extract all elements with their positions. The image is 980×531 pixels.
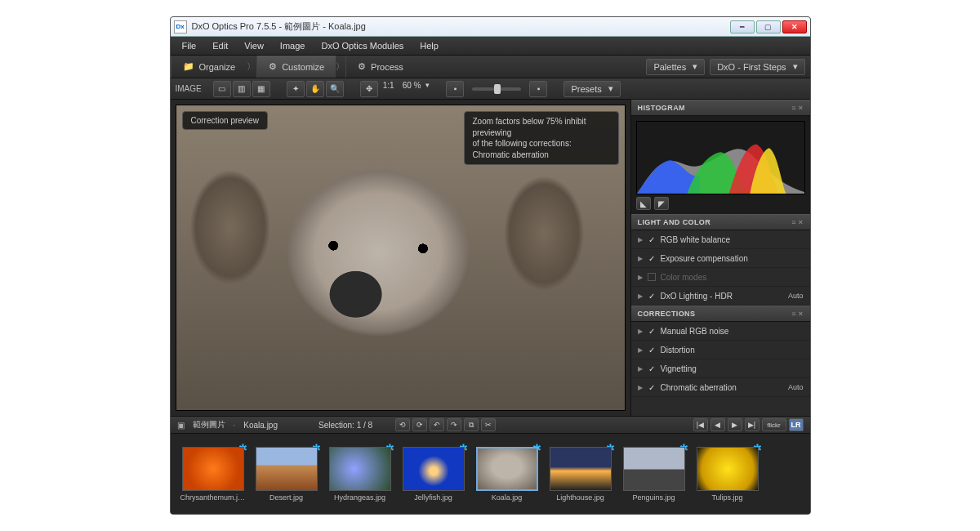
param-lighting-hdr[interactable]: ▶ DxO Lighting - HDR Auto [631,287,810,306]
thumbnail[interactable]: ✱Jellyfish.jpg [401,447,466,502]
checkbox-on-icon[interactable] [648,383,656,391]
thumbnail[interactable]: ✱Koala.jpg [474,447,540,502]
view-compare-button[interactable]: ▥ [233,81,251,97]
app-icon: Dx [174,20,187,33]
flickr-button[interactable]: flickr [762,418,786,431]
zoom-percent[interactable]: 60 % [399,81,425,97]
thumbnail[interactable]: ✱Chrysanthemum.jpg [180,447,246,502]
workflow-process[interactable]: ⚙ Process [345,56,415,78]
palettes-dropdown[interactable]: Palettes ▾ [646,59,705,75]
lightroom-button[interactable]: LR [789,418,804,431]
last-button[interactable]: ▶| [745,418,760,431]
minimize-button[interactable]: ━ [730,20,755,33]
palettes-label: Palettes [653,62,686,72]
hand-tool[interactable]: ✋ [306,81,324,97]
workflow-customize[interactable]: ⚙ Customize [256,56,336,78]
crop-button[interactable]: ✂ [481,418,496,431]
light-color-header[interactable]: LIGHT AND COLOR ≡ × [631,214,810,230]
thumbnail[interactable]: ✱Penguins.jpg [621,447,687,502]
panel-menu-icon[interactable]: ≡ × [791,218,803,226]
param-color-modes[interactable]: ▶ Color modes [631,268,810,287]
redo-button[interactable]: ↷ [447,418,461,431]
copy-button[interactable]: ⧉ [464,418,479,431]
rotate-right-button[interactable]: ⟳ [412,418,427,431]
param-exposure[interactable]: ▶ Exposure compensation [631,249,810,268]
caret-down-icon: ▾ [793,61,798,72]
workflow-organize-label: Organize [199,62,236,72]
breadcrumb-file[interactable]: Koala.jpg [243,421,278,430]
thumbnail[interactable]: ✱Desert.jpg [254,447,319,502]
thumbnail-caption: Desert.jpg [270,493,303,502]
checkbox-off-icon[interactable] [648,273,656,281]
chevron-right-icon: ▶ [638,236,643,243]
checkbox-on-icon[interactable] [648,292,656,300]
folder-icon: 📁 [183,61,194,72]
toolbar: IMAGE ▭ ▥ ▦ ✦ ✋ 🔍 ✥ 1:1 60 % ▾ ▪ ▪ Prese… [171,78,810,100]
zoom-note-line: of the following corrections: [473,138,610,149]
zoom-note-line: Chromatic aberration [473,149,610,161]
param-vignetting[interactable]: ▶ Vignetting [631,359,810,378]
pointer-tool[interactable]: ✦ [287,81,305,97]
thumbnail[interactable]: ✱Tulips.jpg [695,447,760,502]
workflow-bar: 📁 Organize 〉 ⚙ Customize 〉 ⚙ Process Pal… [171,56,810,78]
checkbox-on-icon[interactable] [648,235,656,243]
workflow-organize[interactable]: 📁 Organize [171,56,247,78]
param-noise[interactable]: ▶ Manual RGB noise [631,322,810,341]
panel-menu-icon[interactable]: ≡ × [791,104,803,112]
param-white-balance[interactable]: ▶ RGB white balance [631,230,810,249]
checkbox-on-icon[interactable] [648,364,656,373]
thumbnail-caption: Tulips.jpg [711,493,742,502]
caret-down-icon[interactable]: ▾ [425,81,430,97]
menu-help[interactable]: Help [413,38,445,53]
histogram-body: ◣ ◤ [631,116,810,214]
zoom-in-button[interactable]: ▪ [529,81,547,97]
thumbnail[interactable]: ✱Hydrangeas.jpg [327,447,393,502]
checkbox-on-icon[interactable] [648,254,656,262]
selection-count: Selection: 1 / 8 [318,421,372,430]
menu-view[interactable]: View [238,38,270,53]
menu-edit[interactable]: Edit [206,38,234,53]
param-label: Chromatic aberration [661,383,737,392]
fit-button[interactable]: ✥ [360,81,378,97]
auto-label: Auto [788,292,804,300]
histo-highlight-clip-button[interactable]: ◤ [654,197,669,210]
thumbnail-image [403,447,465,491]
workspace-dropdown[interactable]: DxO - First Steps ▾ [710,59,804,75]
right-panel: HISTOGRAM ≡ × ◣ ◤ [630,100,810,416]
histogram-header[interactable]: HISTOGRAM ≡ × [631,100,810,116]
histo-shadow-clip-button[interactable]: ◣ [636,197,651,210]
maximize-button[interactable]: ▢ [756,20,781,33]
zoom-note-line: Zoom factors below 75% inhibit previewin… [473,116,610,138]
thumbnail[interactable]: ✱Lighthouse.jpg [548,447,613,502]
zoom-slider[interactable] [472,87,521,91]
rotate-left-button[interactable]: ⟲ [395,418,410,431]
menu-file[interactable]: File [176,38,203,53]
breadcrumb-folder[interactable]: 範例圖片 [193,419,225,431]
breadcrumb-separator: · [234,421,236,430]
filmstrip[interactable]: ✱Chrysanthemum.jpg✱Desert.jpg✱Hydrangeas… [171,434,810,514]
checkbox-on-icon[interactable] [648,346,656,354]
zoom-out-button[interactable]: ▪ [446,81,464,97]
chevron-right-icon: ▶ [638,274,643,281]
presets-dropdown[interactable]: Presets ▾ [564,81,620,97]
param-label: Distortion [661,346,695,355]
menu-image[interactable]: Image [274,38,312,53]
next-button[interactable]: ▶ [728,418,742,431]
param-distortion[interactable]: ▶ Distortion [631,341,810,359]
first-button[interactable]: |◀ [693,418,708,431]
panel-menu-icon[interactable]: ≡ × [791,310,803,318]
checkbox-on-icon[interactable] [648,327,656,335]
view-grid-button[interactable]: ▦ [252,81,270,97]
view-single-button[interactable]: ▭ [213,81,231,97]
undo-button[interactable]: ↶ [430,418,444,431]
corrections-header[interactable]: CORRECTIONS ≡ × [631,306,810,322]
preview-pane[interactable]: Correction preview Zoom factors below 75… [171,100,630,416]
close-button[interactable]: ✕ [782,20,807,33]
prev-button[interactable]: ◀ [710,418,725,431]
menu-modules[interactable]: DxO Optics Modules [314,38,410,53]
zoom-tool[interactable]: 🔍 [326,81,344,97]
zoom-ratio[interactable]: 1:1 [380,81,398,97]
zoom-warning-overlay: Zoom factors below 75% inhibit previewin… [464,111,619,165]
param-chromatic[interactable]: ▶ Chromatic aberration Auto [631,378,810,397]
app-window: Dx DxO Optics Pro 7.5.5 - 範例圖片 - Koala.j… [170,16,811,515]
